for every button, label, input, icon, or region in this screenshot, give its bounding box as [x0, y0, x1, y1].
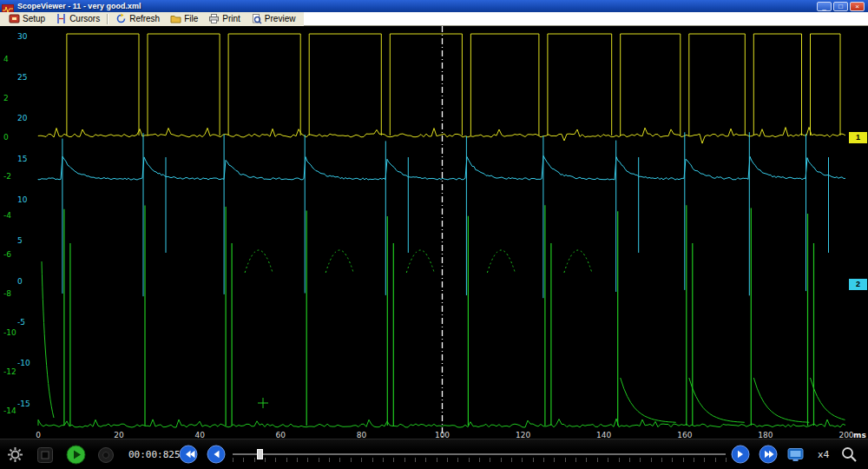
menu-setup[interactable]: Setup: [3, 12, 50, 25]
slider-tick: [372, 458, 373, 462]
slider-tick: [393, 458, 394, 462]
screen-icon: [786, 446, 805, 464]
y-axis-label: 5: [17, 236, 23, 245]
slider-tick: [329, 458, 330, 462]
record-button[interactable]: [97, 446, 115, 466]
zoom-button[interactable]: [840, 446, 858, 466]
scope-plot[interactable]: 420-2-4-6-8-10-12-14302520151050-5-10-15…: [0, 26, 868, 439]
y-axis-label: 0: [17, 277, 23, 286]
toolbar-group: Setup Cursors Refresh File: [0, 12, 304, 26]
step-back-button[interactable]: [207, 445, 226, 466]
slider-tick: [726, 458, 727, 462]
play-icon: [66, 445, 86, 465]
y-axis-label: -5: [17, 318, 25, 327]
menu-file-label: File: [184, 14, 198, 23]
trace-ch3-tail: [621, 378, 676, 422]
slider-tick: [286, 458, 287, 462]
speed-label: x4: [818, 439, 830, 469]
slider-tick: [683, 458, 684, 462]
slider-tick: [522, 458, 523, 462]
slider-track[interactable]: [233, 453, 726, 455]
slider-tick: [597, 458, 598, 462]
menu-print[interactable]: Print: [203, 12, 246, 25]
preview-icon: [251, 13, 262, 24]
trace-ch3-tail: [753, 378, 809, 422]
slider-tick: [661, 458, 662, 462]
slider-tick: [307, 458, 308, 462]
slider-tick: [265, 458, 266, 462]
slider-tick: [275, 458, 276, 462]
slider-tick: [361, 458, 362, 462]
slider-tick: [640, 458, 641, 462]
y-axis-label: -14: [3, 406, 16, 415]
slider-tick: [457, 458, 458, 462]
settings-button[interactable]: [7, 446, 23, 466]
channel-1-tab[interactable]: 1: [848, 131, 868, 144]
y-axis-label: 10: [17, 195, 27, 204]
menu-file[interactable]: File: [165, 12, 203, 25]
slider-tick: [575, 458, 576, 462]
magnifier-icon: [840, 446, 858, 464]
time-display: 00:00:825: [128, 439, 181, 469]
y-axis-label: 20: [17, 114, 27, 122]
slider-tick: [479, 458, 480, 462]
y-axis-label: 4: [3, 55, 9, 63]
slider-tick: [469, 458, 470, 462]
rewind-button[interactable]: [179, 445, 198, 466]
fast-forward-button[interactable]: [759, 445, 778, 466]
refresh-icon: [115, 13, 127, 24]
close-button[interactable]: ×: [850, 2, 865, 11]
trace-ch3-hump: [564, 250, 592, 273]
y-axis-label: -2: [3, 172, 11, 181]
slider-tick: [233, 458, 233, 462]
transport-bar: 00:00:825: [0, 439, 868, 469]
slider-tick: [554, 458, 555, 462]
menu-preview[interactable]: Preview: [246, 12, 301, 25]
y-axis-label: -10: [3, 328, 16, 337]
y-axis-label: -15: [17, 400, 30, 408]
timeline-slider[interactable]: [229, 439, 729, 469]
slider-tick: [565, 458, 566, 462]
y-axis-label: -12: [3, 367, 16, 376]
trace-ch3-spikes: [64, 205, 814, 426]
slider-tick: [694, 458, 694, 462]
maximize-button[interactable]: □: [833, 2, 848, 11]
slider-tick: [351, 458, 352, 462]
play-button[interactable]: [66, 445, 86, 467]
slider-tick: [629, 458, 630, 462]
slider-thumb[interactable]: [257, 449, 263, 459]
slider-tick: [297, 458, 298, 462]
slider-tick: [586, 458, 587, 462]
rewind-icon: [179, 445, 198, 464]
step-forward-button[interactable]: [731, 445, 750, 466]
slider-tick: [447, 458, 448, 462]
stop-button[interactable]: [36, 446, 54, 466]
waveform-canvas: [0, 26, 868, 439]
menu-setup-label: Setup: [23, 14, 45, 23]
trace-ch3-hump: [406, 250, 434, 273]
channel-2-tab[interactable]: 2: [848, 278, 868, 291]
slider-tick: [543, 458, 544, 462]
fast-forward-icon: [759, 445, 778, 464]
window-controls: _ □ ×: [817, 2, 865, 11]
slider-tick: [490, 458, 490, 462]
capture-button[interactable]: [786, 446, 805, 466]
menu-refresh[interactable]: Refresh: [110, 12, 165, 25]
slider-tick: [704, 458, 705, 462]
y-axis-label: 30: [17, 32, 27, 41]
printer-icon: [208, 13, 220, 24]
slider-tick: [339, 458, 340, 462]
trace-ch3-tail: [689, 378, 745, 422]
y-axis-label: -4: [3, 211, 11, 220]
y-axis-label: 25: [17, 73, 27, 82]
slider-tick: [437, 458, 437, 462]
slider-tick: [383, 458, 384, 462]
step-forward-icon: [731, 445, 750, 464]
slider-tick: [608, 458, 608, 462]
slider-tick: [243, 458, 244, 462]
slider-tick: [619, 458, 620, 462]
trace-ch3-start: [42, 261, 54, 418]
slider-tick: [319, 458, 319, 462]
menu-cursors[interactable]: Cursors: [50, 12, 105, 25]
minimize-button[interactable]: _: [817, 2, 832, 11]
